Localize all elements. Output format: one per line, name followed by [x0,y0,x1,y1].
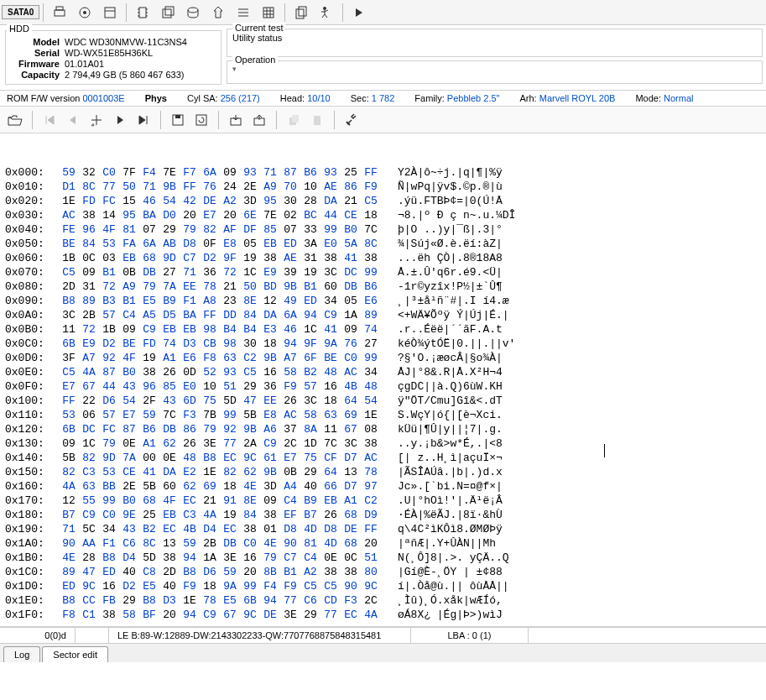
hex-bytes[interactable]: FE964F8107297982AFDF85073399B07C [59,222,381,237]
hex-row[interactable]: 0x160:4A63BB2E5B606269184E3DA44066D797Jc… [5,479,761,494]
hex-row[interactable]: 0x110:530657E7597CF37B995BE8AC5863691ES.… [5,408,761,422]
export-icon[interactable] [248,109,270,131]
tool-3[interactable] [98,2,122,24]
save-icon[interactable] [167,109,189,131]
hex-row[interactable]: 0x0F0:E76744439685E010512936F957164B48çg… [5,379,761,394]
hex-ascii[interactable]: [| z..H¸ì|açuÏ×¬ [398,451,503,465]
hex-ascii[interactable]: <+WÄ¥Õºÿ Ý|Új|É.| [398,308,509,322]
tools-icon[interactable] [341,109,362,131]
hex-ascii[interactable]: í|.Òå@ù.|| ôùÅÅ|| [398,579,509,593]
hex-row[interactable]: 0x180:B7C9C09E25EBC34A198438EFB72668D9·É… [5,508,761,522]
hex-bytes[interactable]: F8C13858BF2094C9679CDE3E2977EC4A [59,608,381,622]
hex-row[interactable]: 0x1A0:90AAF1C68C13592BDBC04E90814D6820|ª… [5,536,761,551]
hex-ascii[interactable]: ?§'O.¡æøcÂ|§o¾À| [398,351,503,365]
hex-ascii[interactable]: -1r©yzîx!P½|±`Û¶ [398,279,503,294]
hex-ascii[interactable]: ·ÉÀ|%ëÃJ.|8ï·&hÙ [398,508,503,522]
hex-ascii[interactable]: ¾|Súj«Ø.è.ëí:àZ| [398,237,503,251]
hex-bytes[interactable]: 125599B0684FEC21918E09C4B9EBA1C2 [59,494,381,508]
hex-row[interactable]: 0x1F0:F8C13858BF2094C9679CDE3E2977EC4AøÁ… [5,608,761,622]
tool-5[interactable] [156,2,180,24]
hex-bytes[interactable]: FF22D6542F436D755D47EE263C186454 [59,394,381,408]
hex-bytes[interactable]: D18C7750719BFF76242EA97010AE86F9 [59,180,381,194]
hex-bytes[interactable]: BE8453FA6AABD80FE805EBED3AE05A8C [59,237,381,251]
hex-ascii[interactable]: ¸|³±å¹ñ¨#|.I í4.æ [398,294,509,308]
hex-row[interactable]: 0x010:D18C7750719BFF76242EA97010AE86F9Ñ|… [5,180,761,194]
hex-row[interactable]: 0x130:091C790EA162263E772AC92C1D7C3C38..… [5,436,761,451]
hex-bytes[interactable]: C54A87B038260D5293C51658B248AC34 [59,365,381,379]
copy-icon[interactable] [283,109,305,131]
save-reload-icon[interactable] [190,109,212,131]
hex-bytes[interactable]: 1B0C03EB689DC7D29F1938AE31384138 [59,251,381,265]
hex-bytes[interactable]: 6BDCFC87B6DB8679929BA6378A116708 [59,422,381,436]
hex-row[interactable]: 0x0C0:6BE9D2BEFD74D3CB983018949F9A7627ké… [5,337,761,351]
hex-ascii[interactable]: ÅJ|°8&.R|Å.X²H¬4 [398,365,503,379]
hex-bytes[interactable]: 5B829D7A000E48B8EC9C61E775CFD7AC [59,451,381,465]
hex-bytes[interactable]: 90AAF1C68C13592BDBC04E90814D6820 [59,536,381,551]
tab-sector-edit[interactable]: Sector edit [42,646,108,662]
hex-ascii[interactable]: N(¸Ô]8|.>. yÇÄ..Q [398,551,509,565]
hex-bytes[interactable]: 8947ED40C82DB8D659208BB1A2383880 [59,565,381,579]
hex-bytes[interactable]: 3FA7924F19A1E6F863C29BA76FBEC099 [59,351,381,365]
hex-bytes[interactable]: 3C2B57C4A5D5BAFFDD84DA6A94C91A89 [59,308,381,322]
operation-dropdown[interactable]: ▾ [232,65,757,73]
hex-ascii[interactable]: Jc».[`bi.N=¤@f×| [398,479,503,494]
tool-2[interactable] [73,2,96,24]
hex-row[interactable]: 0x150:82C353CE41DAE21E82629B0B29641378|Ã… [5,465,761,479]
hex-bytes[interactable]: 1EFDFC15465442DEA23D953028DA21C5 [59,194,381,208]
hex-ascii[interactable]: Y2À|ô~÷j.|q|¶|%ÿ [398,165,503,180]
tool-grid-icon[interactable] [257,2,280,24]
hex-ascii[interactable]: .ýü.FTBÞ¢=|0(Ú!Å [398,194,503,208]
hex-ascii[interactable]: q\4C²ìKÔì8.ØMØÞÿ [398,522,503,536]
tool-disk-icon[interactable] [181,2,205,24]
nav-prev-icon[interactable] [62,109,84,131]
hex-row[interactable]: 0x080:2D3172A9797AEE782150BD9BB160DBB6-1… [5,279,761,294]
hex-bytes[interactable]: 530657E7597CF37B995BE8AC5863691E [59,408,381,422]
hex-row[interactable]: 0x060:1B0C03EB689DC7D29F1938AE31384138..… [5,251,761,265]
nav-last-icon[interactable] [133,109,154,131]
nav-goto-icon[interactable]: # [86,109,107,131]
hex-ascii[interactable]: ¬8.|º Ð ç n~.u.¼DÎ [398,208,515,222]
hex-row[interactable]: 0x1D0:ED9C16D2E540F9189A99F4F9C5C5909Cí|… [5,579,761,593]
hex-ascii[interactable]: .U|°hOì!'|.Ä¹ë¡Â [398,494,503,508]
paste-icon[interactable] [306,109,328,131]
hex-row[interactable]: 0x070:C509B10BDB277136721CE939193CDC99Å.… [5,265,761,279]
tool-play-icon[interactable] [347,2,371,24]
tab-log[interactable]: Log [3,646,40,662]
hex-row[interactable]: 0x190:715C3443B2EC4BD4EC3801D84DD8DEFFq\… [5,522,761,536]
sata-tab[interactable]: SATA0 [2,5,39,19]
hex-row[interactable]: 0x0E0:C54A87B038260D5293C51658B248AC34ÅJ… [5,365,761,379]
hex-bytes[interactable]: 4A63BB2E5B606269184E3DA44066D797 [59,479,381,494]
nav-next-icon[interactable] [109,109,131,131]
hex-row[interactable]: 0x0D0:3FA7924F19A1E6F863C29BA76FBEC099?§… [5,351,761,365]
hex-bytes[interactable]: 6BE9D2BEFD74D3CB983018949F9A7627 [59,337,381,351]
hex-ascii[interactable]: kÜü|¶Û|y||¦7|.g. [398,422,503,436]
hex-bytes[interactable]: 091C790EA162263E772AC92C1D7C3C38 [59,436,381,451]
hex-ascii[interactable]: ÿ"ÖT/Cmu]Gî&<.dT [398,394,503,408]
import-icon[interactable] [225,109,247,131]
hex-bytes[interactable]: 2D3172A9797AEE782150BD9BB160DBB6 [59,279,381,294]
hex-row[interactable]: 0x090:B889B3B1E5B9F1A8238E1249ED3405E6¸|… [5,294,761,308]
hex-ascii[interactable]: |ªñÆ|.Y+ÛÀN||Mh [398,536,503,551]
hex-editor[interactable]: 0x000:5932C07FF47EF76A09937187B69325FFY2… [0,133,766,627]
hex-row[interactable]: 0x020:1EFDFC15465442DEA23D953028DA21C5.ý… [5,194,761,208]
hex-row[interactable]: 0x0B0:11721B09C9EBEB98B4B4E3461C410974.r… [5,322,761,337]
hex-ascii[interactable]: ...ëh ÇÒ|.8®18A8 [398,251,503,265]
hex-bytes[interactable]: ED9C16D2E540F9189A99F4F9C5C5909C [59,579,381,593]
hex-bytes[interactable]: B8CCFB29B8D31E78E56B9477C6CDF32C [59,593,381,608]
hex-row[interactable]: 0x1B0:4E28B8D45D38941A3E1679C7C40E0C51N(… [5,551,761,565]
hex-ascii[interactable]: .r..Éëë|´´ãF.A.t [398,322,503,337]
hex-row[interactable]: 0x030:AC381495BAD020E7206E7E02BC44CE18¬8… [5,208,761,222]
hex-bytes[interactable]: 4E28B8D45D38941A3E1679C7C40E0C51 [59,551,381,565]
hex-row[interactable]: 0x1E0:B8CCFB29B8D31E78E56B9477C6CDF32C¸Ì… [5,593,761,608]
hex-ascii[interactable]: ¸Ìû)¸Ó.xåk|wÆÍó, [398,593,503,608]
hex-bytes[interactable]: 11721B09C9EBEB98B4B4E3461C410974 [59,322,381,337]
hex-bytes[interactable]: 82C353CE41DAE21E82629B0B29641378 [59,465,381,479]
hex-bytes[interactable]: E76744439685E010512936F957164B48 [59,379,381,394]
tool-8[interactable] [232,2,255,24]
hex-row[interactable]: 0x170:125599B0684FEC21918E09C4B9EBA1C2.U… [5,494,761,508]
hex-bytes[interactable]: B7C9C09E25EBC34A198438EFB72668D9 [59,508,381,522]
tool-1[interactable] [48,2,71,24]
hex-ascii[interactable]: øÁ8X¿ |Ég|Þ>)wìJ [398,608,503,622]
tool-7[interactable] [206,2,230,24]
hex-ascii[interactable]: çgDC||à.Q)6ùW.KH [398,379,503,394]
